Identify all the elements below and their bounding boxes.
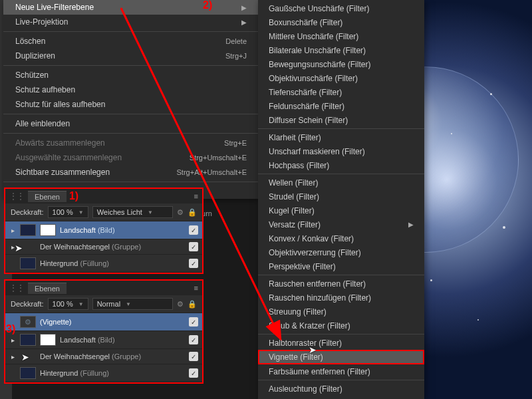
submenu-item[interactable]: Mittlere Unschärfe (Filter) — [258, 29, 424, 43]
opacity-dropdown[interactable]: 100 %▼ — [48, 206, 88, 218]
layer-type: (Bild) — [98, 226, 115, 234]
submenu-item-label: Klarheit (Filter) — [269, 133, 321, 142]
submenu-item[interactable]: Versatz (Filter)▶ — [258, 217, 424, 231]
lock-icon[interactable]: 🔒 — [188, 300, 197, 309]
layer-name: Der Weihnachtsengel (Gruppe) — [40, 352, 185, 360]
layer-thumbnail — [20, 334, 36, 346]
submenu-item-label: Rauschen entfernen (Filter) — [269, 279, 366, 289]
visibility-checkbox[interactable]: ✓ — [189, 352, 198, 361]
menu-item[interactable]: Schutz aufheben — [3, 82, 259, 97]
submenu-item[interactable]: Schatten / Lichter (Filter) — [258, 396, 424, 399]
cursor-icon: ➤ — [309, 344, 317, 355]
layer-row[interactable]: Hintergrund (Füllung)✓ — [5, 364, 202, 382]
layer-name: Der Weihnachtsengel (Gruppe) — [40, 243, 185, 251]
submenu-item[interactable]: Gaußsche Unschärfe (Filter) — [258, 1, 424, 15]
menu-item-label: Abwärts zusammenlegen — [15, 138, 105, 148]
visibility-checkbox[interactable]: ✓ — [189, 335, 198, 344]
submenu-item[interactable]: Boxunschärfe (Filter) — [258, 15, 424, 29]
lock-icon[interactable]: 🔒 — [188, 208, 197, 217]
layer-row[interactable]: ▸Landschaft (Bild)✓ — [5, 331, 202, 349]
menu-item[interactable]: Sichtbare zusammenlegenStrg+Alt+Umschalt… — [3, 165, 259, 180]
submenu-item-vignette[interactable]: Vignette (Filter) — [258, 350, 424, 364]
layer-name: Hintergrund (Füllung) — [40, 259, 185, 267]
gear-icon[interactable]: ⚙ — [177, 208, 184, 217]
expand-icon[interactable]: ▸ — [9, 227, 16, 234]
submenu-item-label: Gaußsche Unschärfe (Filter) — [269, 4, 369, 13]
submenu-item[interactable]: Hochpass (Filter) — [258, 158, 424, 172]
annotation-2: 2) — [203, 0, 212, 11]
submenu-item[interactable]: Farbsäume entfernen (Filter) — [258, 364, 424, 378]
visibility-checkbox[interactable]: ✓ — [189, 225, 198, 235]
expand-icon[interactable]: ▸ — [9, 353, 16, 360]
submenu-item[interactable]: Rauschen entfernen (Filter) — [258, 277, 424, 291]
submenu-item[interactable]: Konvex / Konkav (Filter) — [258, 231, 424, 245]
submenu-item[interactable]: Diffuser Schein (Filter) — [258, 113, 424, 127]
tab-layers[interactable]: Ebenen — [28, 191, 66, 202]
drag-handle-icon[interactable]: ⋮⋮ — [9, 192, 24, 201]
submenu-item[interactable]: Objektivunschärfe (Filter) — [258, 71, 424, 85]
panel-menu-icon[interactable]: ≡ — [194, 284, 198, 292]
submenu-item[interactable]: Wellen (Filter) — [258, 176, 424, 190]
submenu-item-label: Konvex / Konkav (Filter) — [269, 234, 354, 243]
submenu-item[interactable]: Unscharf maskieren (Filter) — [258, 144, 424, 158]
tab-layers[interactable]: Ebenen — [28, 283, 66, 294]
layer-name: Hintergrund (Füllung) — [40, 369, 185, 377]
layer-thumbnail — [20, 367, 36, 379]
gear-icon[interactable]: ⚙ — [177, 300, 184, 309]
submenu-item-label: Farbsäume entfernen (Filter) — [269, 367, 370, 376]
panel-menu-icon[interactable]: ≡ — [194, 192, 198, 200]
menu-item[interactable]: Schützen — [3, 68, 259, 82]
visibility-checkbox[interactable]: ✓ — [189, 368, 198, 378]
layer-name: Landschaft (Bild) — [60, 336, 185, 344]
submenu-item-label: Versatz (Filter) — [269, 220, 321, 229]
menu-item[interactable]: DuplizierenStrg+J — [3, 49, 259, 63]
submenu-item[interactable]: Ausleuchtung (Filter) — [258, 382, 424, 396]
panel-tabs: ⋮⋮ Ebenen 1) ≡ — [5, 189, 202, 203]
layer-row[interactable]: ⚙(Vignette) ✓ — [5, 313, 202, 331]
blend-mode-dropdown[interactable]: Normal▼ — [92, 298, 173, 310]
menu-separator — [3, 31, 259, 32]
visibility-checkbox[interactable]: ✓ — [189, 242, 198, 251]
submenu-item-label: Bilaterale Unschärfe (Filter) — [269, 46, 366, 55]
drag-handle-icon[interactable]: ⋮⋮ — [9, 283, 24, 293]
submenu-item[interactable]: Klarheit (Filter) — [258, 130, 424, 144]
panel-tabs: ⋮⋮ Ebenen ≡ — [5, 281, 202, 295]
submenu-item[interactable]: Kugel (Filter) — [258, 203, 424, 217]
layer-row[interactable]: ▸Der Weihnachtsengel (Gruppe)✓ — [5, 239, 202, 255]
layer-row[interactable]: ▸Landschaft (Bild)✓ — [5, 221, 202, 239]
menu-item-label: Löschen — [15, 37, 45, 46]
menu-item-label: Alle einblenden — [15, 119, 70, 128]
sparkle — [451, 133, 452, 134]
menu-item[interactable]: Live-Projektion▶ — [3, 15, 259, 29]
submenu-item[interactable]: Feldunschärfe (Filter) — [258, 99, 424, 113]
submenu-item-label: Halbtonraster (Filter) — [269, 338, 342, 348]
opacity-dropdown[interactable]: 100 %▼ — [48, 298, 88, 310]
submenu-item[interactable]: Bewegungsunschärfe (Filter) — [258, 57, 424, 71]
menu-item[interactable]: Schutz für alles aufheben — [3, 97, 259, 112]
blend-mode-dropdown[interactable]: Weiches Licht▼ — [92, 206, 173, 218]
layer-type: (Füllung) — [80, 369, 109, 377]
menu-item[interactable]: Alle einblenden — [3, 116, 259, 131]
submenu-arrow-icon: ▶ — [241, 4, 247, 11]
visibility-checkbox[interactable]: ✓ — [189, 259, 198, 268]
menu-item-label: Live-Projektion — [15, 17, 68, 27]
submenu-item[interactable]: Rauschen hinzufügen (Filter) — [258, 291, 424, 305]
layer-row[interactable]: Hintergrund (Füllung)✓ — [5, 255, 202, 273]
submenu-item-label: Tiefenschärfe (Filter) — [269, 88, 342, 97]
submenu-item[interactable]: Halbtonraster (Filter) — [258, 336, 424, 350]
menu-item[interactable]: LöschenDelete — [3, 34, 259, 49]
submenu-item[interactable]: Tiefenschärfe (Filter) — [258, 85, 424, 99]
submenu-item-label: Ausleuchtung (Filter) — [269, 384, 342, 394]
submenu-item[interactable]: Staub & Kratzer (Filter) — [258, 319, 424, 332]
menu-item[interactable]: Neue Live-Filterebene▶ — [3, 0, 259, 15]
expand-icon[interactable]: ▸ — [9, 336, 16, 344]
submenu-item[interactable]: Perspektive (Filter) — [258, 259, 424, 273]
submenu-item[interactable]: Bilaterale Unschärfe (Filter) — [258, 43, 424, 57]
submenu-item-label: Perspektive (Filter) — [269, 262, 336, 271]
layer-type: (Bild) — [98, 336, 115, 344]
submenu-item[interactable]: Objektivverzerrung (Filter) — [258, 245, 424, 259]
submenu-item[interactable]: Strudel (Filter) — [258, 190, 424, 203]
submenu-item[interactable]: Streuung (Filter) — [258, 305, 424, 319]
layer-row[interactable]: ▸Der Weihnachtsengel (Gruppe)✓ — [5, 349, 202, 364]
visibility-checkbox[interactable]: ✓ — [189, 317, 198, 327]
